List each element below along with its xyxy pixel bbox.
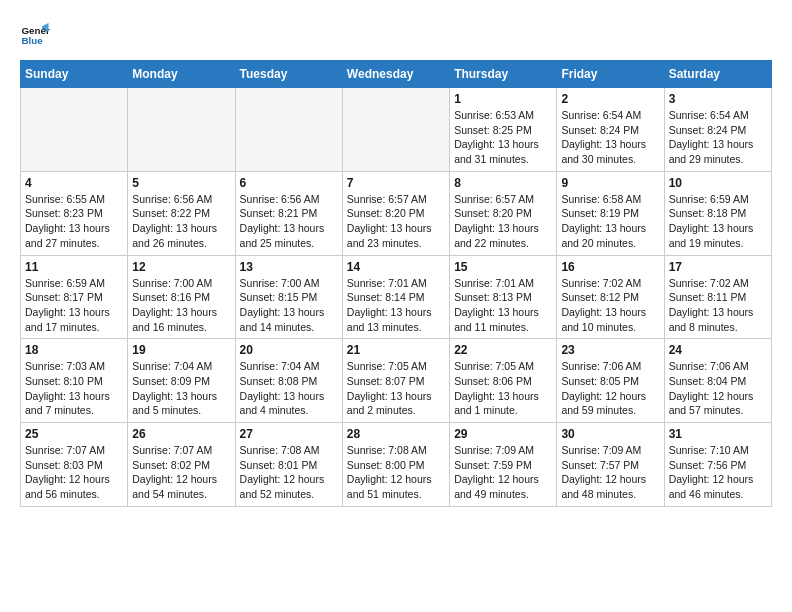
calendar-day-cell: 30Sunrise: 7:09 AM Sunset: 7:57 PM Dayli…	[557, 423, 664, 507]
day-number: 2	[561, 92, 659, 106]
day-number: 28	[347, 427, 445, 441]
day-info: Sunrise: 6:53 AM Sunset: 8:25 PM Dayligh…	[454, 108, 552, 167]
day-number: 26	[132, 427, 230, 441]
calendar-day-cell: 15Sunrise: 7:01 AM Sunset: 8:13 PM Dayli…	[450, 255, 557, 339]
calendar-day-cell: 6Sunrise: 6:56 AM Sunset: 8:21 PM Daylig…	[235, 171, 342, 255]
day-info: Sunrise: 6:54 AM Sunset: 8:24 PM Dayligh…	[669, 108, 767, 167]
day-number: 3	[669, 92, 767, 106]
weekday-header-thursday: Thursday	[450, 61, 557, 88]
day-info: Sunrise: 7:01 AM Sunset: 8:14 PM Dayligh…	[347, 276, 445, 335]
day-number: 14	[347, 260, 445, 274]
logo-icon: General Blue	[20, 20, 50, 50]
calendar-day-cell: 23Sunrise: 7:06 AM Sunset: 8:05 PM Dayli…	[557, 339, 664, 423]
day-info: Sunrise: 6:59 AM Sunset: 8:17 PM Dayligh…	[25, 276, 123, 335]
calendar-day-cell: 12Sunrise: 7:00 AM Sunset: 8:16 PM Dayli…	[128, 255, 235, 339]
day-number: 21	[347, 343, 445, 357]
day-info: Sunrise: 6:57 AM Sunset: 8:20 PM Dayligh…	[454, 192, 552, 251]
calendar-day-cell: 17Sunrise: 7:02 AM Sunset: 8:11 PM Dayli…	[664, 255, 771, 339]
day-info: Sunrise: 7:06 AM Sunset: 8:04 PM Dayligh…	[669, 359, 767, 418]
calendar-day-cell: 26Sunrise: 7:07 AM Sunset: 8:02 PM Dayli…	[128, 423, 235, 507]
day-info: Sunrise: 6:55 AM Sunset: 8:23 PM Dayligh…	[25, 192, 123, 251]
day-info: Sunrise: 7:07 AM Sunset: 8:02 PM Dayligh…	[132, 443, 230, 502]
day-number: 29	[454, 427, 552, 441]
day-info: Sunrise: 7:09 AM Sunset: 7:57 PM Dayligh…	[561, 443, 659, 502]
day-info: Sunrise: 7:08 AM Sunset: 8:01 PM Dayligh…	[240, 443, 338, 502]
page-header: General Blue	[20, 20, 772, 50]
calendar-week-row: 4Sunrise: 6:55 AM Sunset: 8:23 PM Daylig…	[21, 171, 772, 255]
calendar-day-cell: 16Sunrise: 7:02 AM Sunset: 8:12 PM Dayli…	[557, 255, 664, 339]
day-number: 18	[25, 343, 123, 357]
calendar-week-row: 1Sunrise: 6:53 AM Sunset: 8:25 PM Daylig…	[21, 88, 772, 172]
calendar-day-cell: 8Sunrise: 6:57 AM Sunset: 8:20 PM Daylig…	[450, 171, 557, 255]
day-info: Sunrise: 7:05 AM Sunset: 8:06 PM Dayligh…	[454, 359, 552, 418]
weekday-header-wednesday: Wednesday	[342, 61, 449, 88]
day-number: 13	[240, 260, 338, 274]
calendar-table: SundayMondayTuesdayWednesdayThursdayFrid…	[20, 60, 772, 507]
weekday-header-saturday: Saturday	[664, 61, 771, 88]
calendar-day-cell: 14Sunrise: 7:01 AM Sunset: 8:14 PM Dayli…	[342, 255, 449, 339]
day-number: 20	[240, 343, 338, 357]
day-info: Sunrise: 7:09 AM Sunset: 7:59 PM Dayligh…	[454, 443, 552, 502]
day-info: Sunrise: 7:04 AM Sunset: 8:08 PM Dayligh…	[240, 359, 338, 418]
weekday-header-sunday: Sunday	[21, 61, 128, 88]
day-info: Sunrise: 7:10 AM Sunset: 7:56 PM Dayligh…	[669, 443, 767, 502]
calendar-day-cell: 25Sunrise: 7:07 AM Sunset: 8:03 PM Dayli…	[21, 423, 128, 507]
calendar-day-cell: 9Sunrise: 6:58 AM Sunset: 8:19 PM Daylig…	[557, 171, 664, 255]
calendar-day-cell: 10Sunrise: 6:59 AM Sunset: 8:18 PM Dayli…	[664, 171, 771, 255]
day-info: Sunrise: 7:02 AM Sunset: 8:11 PM Dayligh…	[669, 276, 767, 335]
calendar-day-cell: 2Sunrise: 6:54 AM Sunset: 8:24 PM Daylig…	[557, 88, 664, 172]
calendar-day-cell: 20Sunrise: 7:04 AM Sunset: 8:08 PM Dayli…	[235, 339, 342, 423]
day-number: 23	[561, 343, 659, 357]
day-number: 16	[561, 260, 659, 274]
day-info: Sunrise: 7:00 AM Sunset: 8:16 PM Dayligh…	[132, 276, 230, 335]
day-info: Sunrise: 6:57 AM Sunset: 8:20 PM Dayligh…	[347, 192, 445, 251]
day-number: 31	[669, 427, 767, 441]
day-info: Sunrise: 7:03 AM Sunset: 8:10 PM Dayligh…	[25, 359, 123, 418]
day-info: Sunrise: 7:05 AM Sunset: 8:07 PM Dayligh…	[347, 359, 445, 418]
calendar-day-cell: 4Sunrise: 6:55 AM Sunset: 8:23 PM Daylig…	[21, 171, 128, 255]
calendar-day-cell	[128, 88, 235, 172]
day-info: Sunrise: 7:01 AM Sunset: 8:13 PM Dayligh…	[454, 276, 552, 335]
day-number: 15	[454, 260, 552, 274]
day-number: 25	[25, 427, 123, 441]
calendar-day-cell: 31Sunrise: 7:10 AM Sunset: 7:56 PM Dayli…	[664, 423, 771, 507]
calendar-day-cell	[21, 88, 128, 172]
calendar-day-cell: 21Sunrise: 7:05 AM Sunset: 8:07 PM Dayli…	[342, 339, 449, 423]
day-info: Sunrise: 6:56 AM Sunset: 8:21 PM Dayligh…	[240, 192, 338, 251]
day-number: 17	[669, 260, 767, 274]
day-number: 19	[132, 343, 230, 357]
weekday-header-row: SundayMondayTuesdayWednesdayThursdayFrid…	[21, 61, 772, 88]
calendar-day-cell: 29Sunrise: 7:09 AM Sunset: 7:59 PM Dayli…	[450, 423, 557, 507]
calendar-day-cell: 27Sunrise: 7:08 AM Sunset: 8:01 PM Dayli…	[235, 423, 342, 507]
weekday-header-monday: Monday	[128, 61, 235, 88]
day-number: 6	[240, 176, 338, 190]
day-info: Sunrise: 6:56 AM Sunset: 8:22 PM Dayligh…	[132, 192, 230, 251]
day-number: 5	[132, 176, 230, 190]
day-number: 11	[25, 260, 123, 274]
day-number: 10	[669, 176, 767, 190]
calendar-day-cell: 22Sunrise: 7:05 AM Sunset: 8:06 PM Dayli…	[450, 339, 557, 423]
calendar-week-row: 11Sunrise: 6:59 AM Sunset: 8:17 PM Dayli…	[21, 255, 772, 339]
day-number: 9	[561, 176, 659, 190]
calendar-day-cell: 28Sunrise: 7:08 AM Sunset: 8:00 PM Dayli…	[342, 423, 449, 507]
day-info: Sunrise: 6:54 AM Sunset: 8:24 PM Dayligh…	[561, 108, 659, 167]
calendar-day-cell: 24Sunrise: 7:06 AM Sunset: 8:04 PM Dayli…	[664, 339, 771, 423]
day-info: Sunrise: 7:06 AM Sunset: 8:05 PM Dayligh…	[561, 359, 659, 418]
day-info: Sunrise: 6:59 AM Sunset: 8:18 PM Dayligh…	[669, 192, 767, 251]
day-number: 1	[454, 92, 552, 106]
day-info: Sunrise: 7:04 AM Sunset: 8:09 PM Dayligh…	[132, 359, 230, 418]
day-number: 24	[669, 343, 767, 357]
calendar-day-cell	[342, 88, 449, 172]
day-number: 30	[561, 427, 659, 441]
day-number: 22	[454, 343, 552, 357]
calendar-day-cell: 1Sunrise: 6:53 AM Sunset: 8:25 PM Daylig…	[450, 88, 557, 172]
calendar-week-row: 25Sunrise: 7:07 AM Sunset: 8:03 PM Dayli…	[21, 423, 772, 507]
day-info: Sunrise: 6:58 AM Sunset: 8:19 PM Dayligh…	[561, 192, 659, 251]
day-info: Sunrise: 7:02 AM Sunset: 8:12 PM Dayligh…	[561, 276, 659, 335]
day-info: Sunrise: 7:07 AM Sunset: 8:03 PM Dayligh…	[25, 443, 123, 502]
weekday-header-tuesday: Tuesday	[235, 61, 342, 88]
calendar-day-cell: 3Sunrise: 6:54 AM Sunset: 8:24 PM Daylig…	[664, 88, 771, 172]
calendar-day-cell: 18Sunrise: 7:03 AM Sunset: 8:10 PM Dayli…	[21, 339, 128, 423]
day-number: 7	[347, 176, 445, 190]
svg-text:Blue: Blue	[22, 35, 44, 46]
